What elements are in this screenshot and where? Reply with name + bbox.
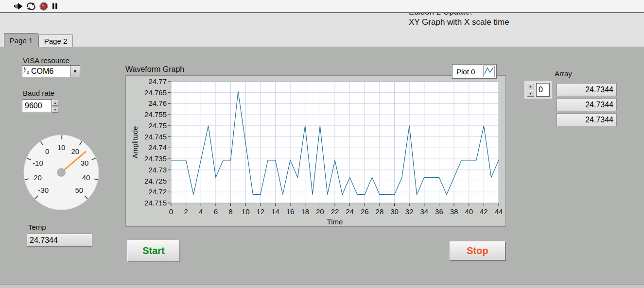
waveform-plot-area[interactable]: 0246810121416182022242628303234363840424…	[126, 76, 505, 226]
plot-legend-label: Plot 0	[456, 68, 475, 76]
tab-page-2-label: Page 2	[44, 37, 68, 45]
svg-text:Time: Time	[327, 218, 343, 226]
array-label: Array	[555, 69, 572, 78]
svg-text:42: 42	[480, 207, 488, 216]
temp-value: 24.7344	[30, 236, 58, 245]
svg-text:26: 26	[361, 207, 369, 216]
toolbar	[0, 0, 644, 13]
svg-text:-10: -10	[33, 159, 43, 167]
baud-rate-stepper: ▲ ▼	[52, 100, 58, 113]
svg-text:16: 16	[286, 207, 295, 216]
svg-text:8: 8	[228, 207, 232, 216]
svg-text:24.745: 24.745	[144, 133, 167, 141]
svg-text:6: 6	[214, 207, 218, 216]
plot-line-style-icon[interactable]	[483, 66, 495, 77]
baud-rate-label: Baud rate	[23, 89, 54, 97]
svg-text:10: 10	[242, 207, 250, 216]
run-continuously-icon[interactable]	[27, 2, 35, 10]
tab-page-1[interactable]: Page 1	[4, 33, 38, 47]
baud-rate-value: 9600	[25, 102, 42, 110]
svg-text:34: 34	[420, 207, 428, 216]
svg-text:24.75: 24.75	[148, 121, 167, 130]
temp-indicator: 24.7344	[27, 234, 92, 247]
svg-text:22: 22	[331, 207, 339, 216]
svg-text:20: 20	[316, 207, 324, 216]
svg-text:24.725: 24.725	[144, 177, 167, 185]
start-button-label: Start	[142, 245, 165, 256]
temp-label: Temp	[28, 223, 46, 231]
array-element: 24.7344	[557, 98, 617, 111]
array-element: 24.7344	[557, 113, 617, 126]
visa-resource-label: VISA resource	[23, 56, 70, 65]
increment-icon[interactable]: ▲	[52, 100, 58, 106]
array-index-field[interactable]: 0	[536, 83, 550, 97]
stop-button[interactable]: Stop	[450, 241, 505, 260]
temperature-gauge[interactable]: -30-20-1001020304050	[22, 133, 100, 211]
stop-button-label: Stop	[467, 245, 488, 256]
svg-text:10: 10	[57, 143, 66, 152]
svg-text:12: 12	[256, 207, 264, 216]
svg-text:24.76: 24.76	[148, 99, 167, 107]
svg-text:50: 50	[75, 186, 83, 194]
pause-icon[interactable]	[51, 2, 59, 10]
svg-text:-30: -30	[38, 186, 49, 194]
array-elements: 24.734424.734424.7344	[557, 83, 617, 128]
baud-rate-field[interactable]: 9600	[22, 99, 52, 112]
svg-text:24.73: 24.73	[148, 166, 167, 174]
waveform-graph: 0246810121416182022242628303234363840424…	[125, 75, 506, 227]
svg-text:24: 24	[346, 207, 354, 216]
svg-text:24.765: 24.765	[144, 88, 167, 97]
svg-text:24.74: 24.74	[148, 143, 167, 152]
tab-page-2[interactable]: Page 2	[38, 34, 73, 47]
plot-legend[interactable]: Plot 0	[452, 64, 497, 79]
svg-text:44: 44	[495, 207, 503, 216]
array-index-control: ▲ ▼ 0	[524, 81, 552, 99]
svg-text:20: 20	[71, 147, 80, 155]
svg-text:4: 4	[199, 207, 203, 216]
run-icon[interactable]	[14, 2, 23, 10]
visa-io-icon: I⁄o	[23, 67, 30, 76]
svg-text:36: 36	[435, 207, 443, 216]
note-line-2: XY Graph with X scale time	[409, 17, 509, 27]
waveform-graph-title: Waveform Graph	[125, 65, 184, 74]
bottom-strip	[0, 284, 644, 288]
svg-text:24.77: 24.77	[148, 77, 167, 85]
index-down-icon[interactable]: ▼	[527, 90, 534, 97]
svg-text:-20: -20	[31, 173, 42, 182]
svg-text:2: 2	[184, 207, 188, 216]
dropdown-arrow-icon[interactable]: ▼	[70, 66, 80, 77]
svg-text:28: 28	[376, 207, 384, 216]
svg-text:0: 0	[45, 147, 49, 155]
svg-text:0: 0	[169, 207, 173, 216]
index-up-icon[interactable]: ▲	[527, 83, 534, 89]
svg-text:40: 40	[82, 173, 90, 182]
visa-resource-combo[interactable]: I⁄o COM6 ▼	[22, 65, 80, 77]
svg-text:Amplitude: Amplitude	[131, 126, 139, 159]
tab-page-1-label: Page 1	[10, 36, 33, 45]
svg-text:24.715: 24.715	[144, 199, 167, 207]
array-index-value: 0	[539, 85, 543, 94]
svg-text:24.755: 24.755	[144, 110, 167, 119]
svg-text:40: 40	[465, 207, 473, 216]
visa-resource-value: COM6	[30, 67, 70, 76]
svg-text:24.72: 24.72	[148, 187, 167, 196]
svg-text:30: 30	[390, 207, 399, 216]
svg-text:32: 32	[405, 207, 414, 216]
decrement-icon[interactable]: ▼	[52, 107, 58, 113]
array-element: 24.7344	[557, 83, 617, 96]
svg-text:18: 18	[301, 207, 309, 216]
abort-icon[interactable]	[39, 2, 48, 10]
svg-text:24.735: 24.735	[144, 154, 167, 163]
svg-text:38: 38	[450, 207, 458, 216]
svg-text:30: 30	[81, 159, 89, 167]
svg-text:14: 14	[271, 207, 279, 216]
array-index-stepper: ▲ ▼	[527, 83, 534, 97]
start-button[interactable]: Start	[127, 240, 180, 262]
